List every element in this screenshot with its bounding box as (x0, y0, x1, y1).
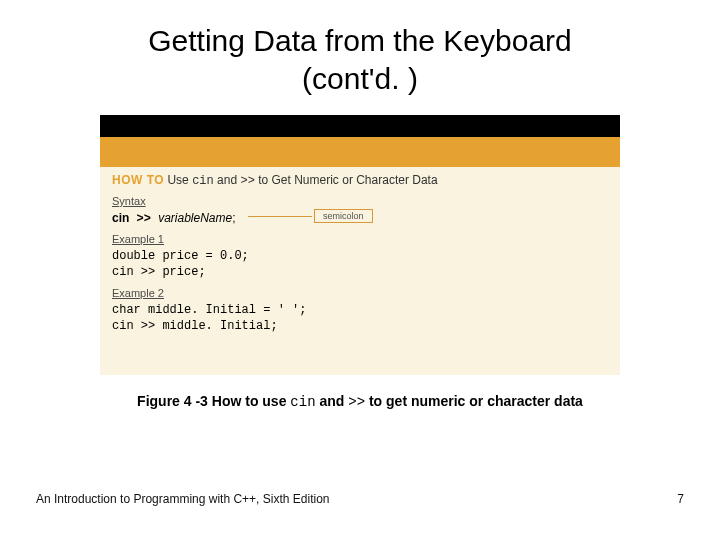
figure-black-bar (100, 115, 620, 137)
slide-title: Getting Data from the Keyboard (cont'd. … (80, 22, 640, 97)
title-line-1: Getting Data from the Keyboard (148, 24, 572, 57)
caption-mid: and (316, 393, 349, 409)
howto-prefix: HOW TO (112, 173, 164, 187)
semicolon-label-box: semicolon (314, 209, 373, 223)
figure-caption: Figure 4 -3 How to use cin and >> to get… (40, 393, 680, 410)
title-line-2: (cont'd. ) (302, 62, 418, 95)
example1-line2: cin >> price; (112, 265, 206, 279)
syntax-variable: variableName (158, 211, 232, 225)
label-example-2: Example 2 (112, 287, 164, 299)
syntax-operator: >> (129, 212, 158, 226)
example1-line1: double price = 0.0; (112, 249, 249, 263)
howto-heading: HOW TO Use cin and >> to Get Numeric or … (112, 173, 438, 188)
howto-cin: cin (192, 174, 214, 188)
footer-book-title: An Introduction to Programming with C++,… (36, 492, 329, 506)
caption-op: >> (348, 394, 365, 410)
figure-orange-bar (100, 137, 620, 167)
syntax-line: cin >> variableName; (112, 211, 236, 226)
caption-post: to get numeric or character data (365, 393, 583, 409)
syntax-cin: cin (112, 211, 129, 225)
howto-text-3: to Get Numeric or Character Data (255, 173, 438, 187)
footer-page-number: 7 (677, 492, 684, 506)
howto-text-1: Use (164, 173, 192, 187)
label-syntax: Syntax (112, 195, 146, 207)
semicolon-pointer-line (248, 216, 312, 217)
howto-op: >> (240, 174, 254, 188)
caption-pre: Figure 4 -3 How to use (137, 393, 290, 409)
howto-text-2: and (214, 173, 241, 187)
syntax-semicolon: ; (232, 211, 235, 225)
caption-cin: cin (290, 394, 315, 410)
example2-line2: cin >> middle. Initial; (112, 319, 278, 333)
howto-figure: HOW TO Use cin and >> to Get Numeric or … (100, 115, 620, 375)
slide: Getting Data from the Keyboard (cont'd. … (0, 0, 720, 540)
label-example-1: Example 1 (112, 233, 164, 245)
example2-line1: char middle. Initial = ' '; (112, 303, 306, 317)
